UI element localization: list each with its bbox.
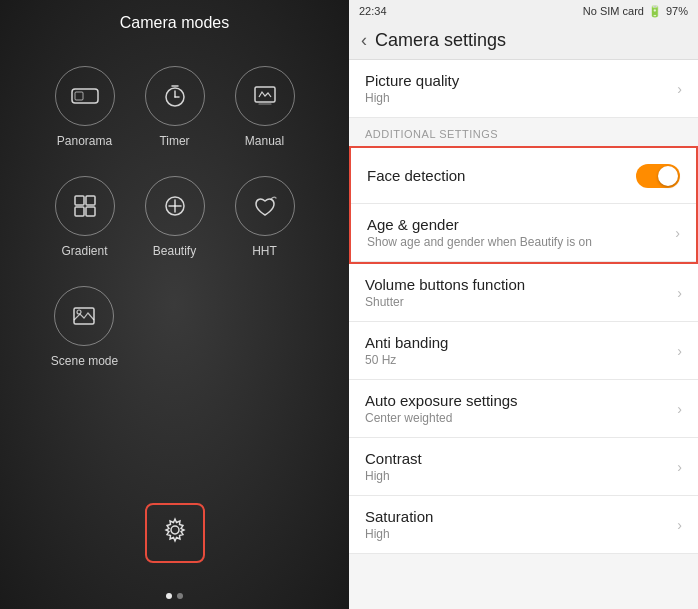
setting-picture-quality-content: Picture quality High — [365, 72, 677, 105]
settings-gear-icon — [162, 517, 188, 549]
camera-modes-panel: Camera modes Panorama Timer Manual — [0, 0, 349, 609]
picture-quality-name: Picture quality — [365, 72, 677, 89]
hht-label: HHT — [252, 244, 277, 258]
setting-picture-quality[interactable]: Picture quality High › — [349, 60, 698, 118]
dot-2 — [177, 593, 183, 599]
mode-item-manual[interactable]: Manual — [235, 66, 295, 148]
auto-exposure-content: Auto exposure settings Center weighted — [365, 392, 677, 425]
beautify-icon — [145, 176, 205, 236]
svg-rect-9 — [86, 196, 95, 205]
svg-point-16 — [77, 310, 81, 314]
back-button[interactable]: ‹ — [361, 30, 367, 51]
camera-modes-title: Camera modes — [120, 14, 229, 32]
gradient-label: Gradient — [61, 244, 107, 258]
toggle-knob — [658, 166, 678, 186]
face-detection-name: Face detection — [367, 167, 636, 184]
timer-label: Timer — [159, 134, 189, 148]
mode-item-hht[interactable]: HHT — [235, 176, 295, 258]
highlighted-section: Face detection Age & gender Show age and… — [349, 146, 698, 264]
saturation-name: Saturation — [365, 508, 677, 525]
anti-banding-value: 50 Hz — [365, 353, 677, 367]
settings-list: Picture quality High › ADDITIONAL SETTIN… — [349, 60, 698, 609]
auto-exposure-chevron: › — [677, 401, 682, 417]
picture-quality-chevron: › — [677, 81, 682, 97]
beautify-label: Beautify — [153, 244, 196, 258]
auto-exposure-value: Center weighted — [365, 411, 677, 425]
timer-icon — [145, 66, 205, 126]
setting-age-gender[interactable]: Age & gender Show age and gender when Be… — [351, 204, 696, 262]
settings-button[interactable] — [145, 503, 205, 563]
mode-item-timer[interactable]: Timer — [145, 66, 205, 148]
saturation-content: Saturation High — [365, 508, 677, 541]
scene-label: Scene mode — [51, 354, 118, 368]
face-detection-content: Face detection — [367, 167, 636, 184]
gradient-icon — [55, 176, 115, 236]
camera-settings-panel: 22:34 No SIM card 🔋 97% ‹ Camera setting… — [349, 0, 698, 609]
anti-banding-chevron: › — [677, 343, 682, 359]
status-right: No SIM card 🔋 97% — [583, 5, 688, 18]
volume-buttons-content: Volume buttons function Shutter — [365, 276, 677, 309]
manual-icon — [235, 66, 295, 126]
setting-face-detection[interactable]: Face detection — [351, 148, 696, 204]
anti-banding-name: Anti banding — [365, 334, 677, 351]
mode-item-beautify[interactable]: Beautify — [145, 176, 205, 258]
dot-1 — [166, 593, 172, 599]
saturation-value: High — [365, 527, 677, 541]
svg-rect-6 — [255, 87, 275, 102]
setting-auto-exposure[interactable]: Auto exposure settings Center weighted › — [349, 380, 698, 438]
battery-icon: 🔋 — [648, 5, 662, 18]
setting-saturation[interactable]: Saturation High › — [349, 496, 698, 554]
svg-rect-0 — [72, 89, 98, 103]
settings-header: ‹ Camera settings — [349, 22, 698, 60]
panorama-label: Panorama — [57, 134, 112, 148]
volume-buttons-chevron: › — [677, 285, 682, 301]
contrast-value: High — [365, 469, 677, 483]
svg-rect-8 — [75, 196, 84, 205]
contrast-name: Contrast — [365, 450, 677, 467]
settings-title: Camera settings — [375, 30, 506, 51]
setting-contrast[interactable]: Contrast High › — [349, 438, 698, 496]
setting-volume-buttons[interactable]: Volume buttons function Shutter › — [349, 264, 698, 322]
saturation-chevron: › — [677, 517, 682, 533]
additional-settings-label: ADDITIONAL SETTINGS — [349, 118, 698, 146]
svg-rect-11 — [86, 207, 95, 216]
mode-item-panorama[interactable]: Panorama — [55, 66, 115, 148]
age-gender-content: Age & gender Show age and gender when Be… — [367, 216, 675, 249]
sim-status: No SIM card — [583, 5, 644, 17]
battery-level: 97% — [666, 5, 688, 17]
picture-quality-value: High — [365, 91, 677, 105]
modes-grid: Panorama Timer Manual Gradient — [40, 52, 310, 503]
age-gender-name: Age & gender — [367, 216, 675, 233]
svg-rect-10 — [75, 207, 84, 216]
face-detection-toggle-container[interactable] — [636, 164, 680, 188]
manual-label: Manual — [245, 134, 284, 148]
svg-point-17 — [171, 526, 179, 534]
contrast-content: Contrast High — [365, 450, 677, 483]
setting-anti-banding[interactable]: Anti banding 50 Hz › — [349, 322, 698, 380]
age-gender-chevron: › — [675, 225, 680, 241]
hht-icon — [235, 176, 295, 236]
anti-banding-content: Anti banding 50 Hz — [365, 334, 677, 367]
panorama-icon — [55, 66, 115, 126]
volume-buttons-value: Shutter — [365, 295, 677, 309]
contrast-chevron: › — [677, 459, 682, 475]
status-bar: 22:34 No SIM card 🔋 97% — [349, 0, 698, 22]
status-time: 22:34 — [359, 5, 387, 17]
page-dots — [166, 593, 183, 599]
face-detection-toggle[interactable] — [636, 164, 680, 188]
scene-icon — [54, 286, 114, 346]
auto-exposure-name: Auto exposure settings — [365, 392, 677, 409]
svg-rect-1 — [75, 92, 83, 100]
age-gender-value: Show age and gender when Beautify is on — [367, 235, 675, 249]
mode-item-gradient[interactable]: Gradient — [55, 176, 115, 258]
mode-item-scene[interactable]: Scene mode — [51, 286, 118, 368]
volume-buttons-name: Volume buttons function — [365, 276, 677, 293]
